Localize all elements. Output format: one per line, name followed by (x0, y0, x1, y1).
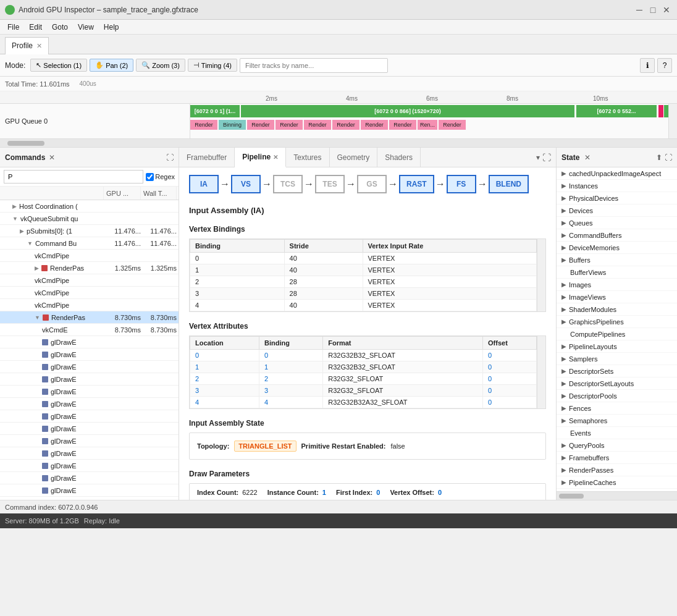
state-item-fences[interactable]: ▶ Fences (557, 402, 677, 415)
list-item[interactable]: glDrawE (0, 361, 179, 373)
state-item-images[interactable]: ▶ Images (557, 279, 677, 291)
maximize-button[interactable]: □ (647, 4, 658, 15)
state-item-descriptorpools[interactable]: ▶ DescriptorPools (557, 390, 677, 402)
pipeline-tabs-more[interactable]: ▾ ⛶ (531, 153, 556, 162)
commands-list[interactable]: ▶ Host Coordination ( ▼ vkQueueSubmit qu… (0, 200, 179, 500)
regex-checkbox[interactable] (146, 173, 154, 181)
list-item[interactable]: glDrawE (0, 386, 179, 398)
pipeline-tab-close[interactable]: ✕ (273, 154, 278, 161)
track-content[interactable]: [6072 0 0 1] (1... [6072 0 0 866] (1520×… (190, 104, 668, 138)
list-item[interactable]: ▶ pSubmits[0]: (1 11.476... 11.476... (0, 225, 179, 237)
regex-label[interactable]: Regex (146, 173, 175, 181)
state-item-querypools[interactable]: ▶ QueryPools (557, 439, 677, 452)
state-item-queues[interactable]: ▶ Queues (557, 217, 677, 229)
state-item-physicaldevices[interactable]: ▶ PhysicalDevices (557, 192, 677, 205)
list-item[interactable]: vkCmdE 8.730ms 8.730ms (0, 324, 179, 336)
stage-ia[interactable]: IA (189, 175, 219, 193)
stage-gs[interactable]: GS (357, 175, 387, 193)
state-item-cachedUnpackedImageAspect[interactable]: ▶ cachedUnpackedImageAspect (557, 167, 677, 180)
list-item[interactable]: vkCmdPipe (0, 250, 179, 262)
commands-close-icon[interactable]: ✕ (49, 153, 55, 162)
state-collapse-icon[interactable]: ⬆ (656, 153, 662, 162)
stage-vs[interactable]: VS (231, 175, 261, 193)
state-item-pipelinecaches[interactable]: ▶ PipelineCaches (557, 476, 677, 489)
stage-tcs[interactable]: TCS (273, 175, 303, 193)
tab-pipeline[interactable]: Pipeline ✕ (235, 148, 286, 167)
state-item-computepipelines[interactable]: ComputePipelines (557, 328, 677, 340)
list-item[interactable]: glDrawE (0, 336, 179, 348)
list-item[interactable]: ▼ RenderPas 8.730ms 8.730ms (0, 311, 179, 324)
menu-file[interactable]: File (2, 22, 24, 33)
timeline-scrollbar-v[interactable] (668, 104, 677, 138)
stage-rast[interactable]: RAST (399, 175, 434, 193)
tab-shaders[interactable]: Shaders (377, 148, 421, 167)
list-item[interactable]: ▼ vkQueueSubmit qu (0, 213, 179, 225)
state-item-shadermodules[interactable]: ▶ ShaderModules (557, 303, 677, 316)
list-item[interactable]: vkCmdPipe (0, 299, 179, 311)
expand-icon[interactable]: ⛶ (542, 153, 551, 162)
state-item-commandbuffers[interactable]: ▶ CommandBuffers (557, 229, 677, 242)
menu-edit[interactable]: Edit (24, 22, 47, 33)
tab-textures[interactable]: Textures (286, 148, 329, 167)
table-scrollbar-v[interactable] (537, 239, 545, 311)
list-item[interactable]: glDrawE (0, 447, 179, 460)
selection-mode-button[interactable]: ↖ Selection (1) (30, 59, 87, 72)
menu-goto[interactable]: Goto (47, 22, 73, 33)
state-item-bufferviews[interactable]: BufferViews (557, 266, 677, 279)
list-item[interactable]: ▶ RenderPas 1.325ms 1.325ms (0, 262, 179, 274)
list-item[interactable]: vkCmdPipe (0, 274, 179, 287)
state-item-semaphores[interactable]: ▶ Semaphores (557, 415, 677, 427)
state-scrollbar-h[interactable] (557, 491, 677, 500)
list-item[interactable]: glDrawE (0, 398, 179, 410)
state-item-devices[interactable]: ▶ Devices (557, 205, 677, 217)
help-button[interactable]: ? (657, 58, 672, 73)
state-item-pipelinelayouts[interactable]: ▶ PipelineLayouts (557, 340, 677, 353)
timeline-scrollbar-h[interactable] (0, 138, 677, 147)
list-item[interactable]: glDrawE (0, 423, 179, 435)
filter-tracks-input[interactable] (240, 58, 388, 73)
list-item[interactable]: ▼ Command Bu 11.476... 11.476... (0, 237, 179, 250)
state-item-samplers[interactable]: ▶ Samplers (557, 353, 677, 365)
tab-geometry[interactable]: Geometry (330, 148, 378, 167)
table-scrollbar-v[interactable] (537, 336, 545, 408)
state-item-buffers[interactable]: ▶ Buffers (557, 254, 677, 266)
stage-fs[interactable]: FS (447, 175, 476, 193)
list-item[interactable]: glDrawE (0, 484, 179, 497)
profile-tab[interactable]: Profile ✕ (5, 37, 49, 54)
state-scrollbar-thumb[interactable] (559, 494, 584, 499)
menu-help[interactable]: Help (99, 22, 124, 33)
pan-mode-button[interactable]: ✋ Pan (2) (90, 59, 133, 72)
state-item-descriptorsetlayouts[interactable]: ▶ DescriptorSetLayouts (557, 378, 677, 390)
minimize-button[interactable]: ─ (634, 4, 645, 15)
state-item-events[interactable]: Events (557, 427, 677, 439)
list-item[interactable]: glDrawE (0, 410, 179, 423)
state-item-framebuffers[interactable]: ▶ Framebuffers (557, 452, 677, 464)
list-item[interactable]: ▶ Host Coordination ( (0, 200, 179, 213)
profile-tab-close[interactable]: ✕ (36, 42, 42, 50)
tab-framebuffer[interactable]: Framebuffer (179, 148, 235, 167)
commands-search-input[interactable] (4, 170, 143, 184)
scrollbar-thumb[interactable] (7, 141, 44, 146)
close-button[interactable]: ✕ (661, 4, 672, 15)
state-expand-icon[interactable]: ⛶ (665, 153, 672, 162)
state-item-instances[interactable]: ▶ Instances (557, 180, 677, 192)
commands-expand-icon[interactable]: ⛶ (166, 153, 174, 162)
menu-view[interactable]: View (73, 22, 99, 33)
stage-blend[interactable]: BLEND (489, 175, 529, 193)
list-item[interactable]: glDrawE (0, 373, 179, 386)
state-item-descriptorsets[interactable]: ▶ DescriptorSets (557, 365, 677, 378)
state-item-imageviews[interactable]: ▶ ImageViews (557, 291, 677, 303)
info-button[interactable]: ℹ (640, 58, 655, 73)
list-item[interactable]: glDrawE (0, 435, 179, 447)
list-item[interactable]: glDrawE (0, 497, 179, 500)
list-item[interactable]: vkCmdPipe (0, 287, 179, 299)
list-item[interactable]: glDrawE (0, 472, 179, 484)
stage-tes[interactable]: TES (315, 175, 345, 193)
state-item-devicememories[interactable]: ▶ DeviceMemories (557, 242, 677, 254)
state-close-icon[interactable]: ✕ (584, 153, 591, 162)
timing-mode-button[interactable]: ⊣ Timing (4) (188, 59, 237, 72)
list-item[interactable]: glDrawE (0, 460, 179, 472)
state-tree[interactable]: ▶ cachedUnpackedImageAspect ▶ Instances … (557, 167, 677, 491)
state-item-graphicspipelines[interactable]: ▶ GraphicsPipelines (557, 316, 677, 328)
list-item[interactable]: glDrawE (0, 348, 179, 361)
